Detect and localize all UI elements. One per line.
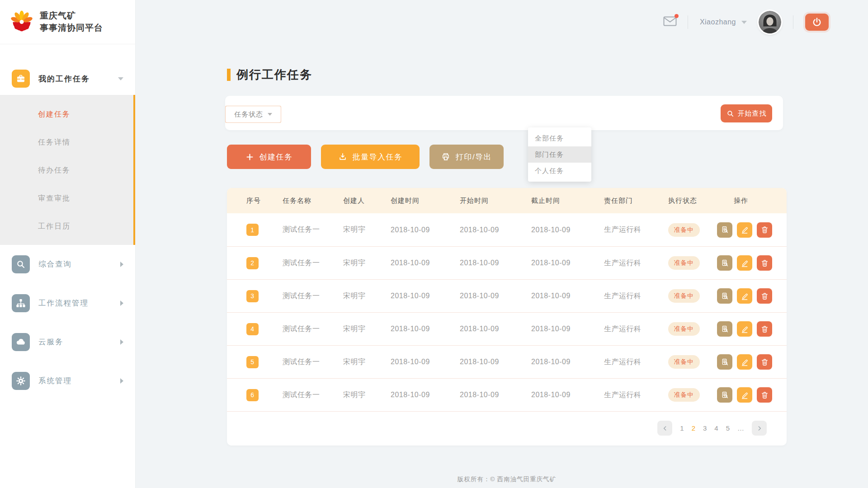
table-column-header: 创建人 — [343, 197, 391, 205]
row-actions-cell — [717, 387, 787, 403]
start-date-cell: 2018-10-09 — [460, 391, 531, 399]
table-row[interactable]: 2 测试任务一 宋明宇 2018-10-09 2018-10-09 2018-1… — [227, 246, 787, 279]
department-cell: 生产运行科 — [604, 324, 665, 334]
chevron-right-icon — [120, 378, 123, 384]
view-task-button[interactable] — [717, 222, 732, 238]
search-submit-button[interactable]: 开始查找 — [721, 104, 772, 122]
cloud-icon — [12, 333, 30, 351]
sidebar-item-workflow[interactable]: 工作流程管理 — [0, 284, 135, 323]
created-date-cell: 2018-10-09 — [391, 325, 460, 333]
submenu-item[interactable]: 工作日历 — [0, 212, 133, 240]
pencil-icon — [741, 358, 749, 366]
power-icon — [811, 17, 822, 28]
delete-task-button[interactable] — [757, 222, 772, 238]
sidebar-item-search[interactable]: 综合查询 — [0, 245, 135, 284]
created-date-cell: 2018-10-09 — [391, 226, 460, 234]
dropdown-option[interactable]: 部门任务 — [528, 146, 591, 163]
logout-power-button[interactable] — [805, 14, 829, 31]
row-number-badge: 3 — [246, 290, 259, 302]
title-accent-bar — [227, 69, 231, 81]
edit-task-button[interactable] — [737, 321, 752, 337]
sitemap-icon — [12, 294, 30, 312]
edit-task-button[interactable] — [737, 255, 752, 271]
page-number[interactable]: … — [737, 424, 744, 432]
page-number[interactable]: 1 — [680, 424, 684, 432]
edit-task-button[interactable] — [737, 222, 752, 238]
sidebar-submenu: 创建任务 任务详情 待办任务 审查审批 工作日历 — [0, 95, 135, 245]
table-row[interactable]: 6 测试任务一 宋明宇 2018-10-09 2018-10-09 2018-1… — [227, 378, 787, 411]
view-task-button[interactable] — [717, 321, 732, 337]
avatar[interactable] — [759, 11, 781, 33]
batch-import-button[interactable]: 批量导入任务 — [321, 145, 420, 169]
import-icon — [338, 152, 347, 161]
row-number-badge: 2 — [246, 257, 259, 269]
row-number-badge: 4 — [246, 323, 259, 335]
table-column-header: 序号 — [227, 197, 283, 205]
dropdown-option[interactable]: 个人任务 — [528, 163, 591, 179]
table-row[interactable]: 1 测试任务一 宋明宇 2018-10-09 2018-10-09 2018-1… — [227, 213, 787, 246]
username[interactable]: Xiaozhang — [700, 18, 736, 26]
sidebar-item-cloud[interactable]: 云服务 — [0, 323, 135, 361]
create-task-button[interactable]: 创建任务 — [227, 145, 311, 169]
department-cell: 生产运行科 — [604, 225, 665, 235]
delete-task-button[interactable] — [757, 387, 772, 403]
submenu-item[interactable]: 审查审批 — [0, 184, 133, 212]
table-body: 1 测试任务一 宋明宇 2018-10-09 2018-10-09 2018-1… — [227, 213, 787, 411]
brand-title-line2: 事事清协同平台 — [40, 22, 103, 34]
sidebar-item-label: 云服务 — [38, 337, 64, 347]
start-date-cell: 2018-10-09 — [460, 226, 531, 234]
search-icon — [12, 255, 30, 273]
delete-task-button[interactable] — [757, 321, 772, 337]
page-number[interactable]: 3 — [703, 424, 707, 432]
delete-task-button[interactable] — [757, 354, 772, 370]
brand-title: 重庆气矿 事事清协同平台 — [40, 10, 103, 33]
pencil-icon — [741, 325, 749, 333]
pagination: 1 2 3 4 5 … — [227, 411, 787, 445]
view-task-button[interactable] — [717, 354, 732, 370]
next-page-button[interactable] — [752, 421, 767, 436]
submenu-item[interactable]: 任务详情 — [0, 128, 133, 156]
row-number-cell: 1 — [227, 224, 283, 236]
edit-task-button[interactable] — [737, 354, 752, 370]
creator-cell: 宋明宇 — [343, 291, 391, 301]
page-number[interactable]: 5 — [726, 424, 730, 432]
creator-cell: 宋明宇 — [343, 324, 391, 334]
top-header: Xiaozhang — [663, 0, 868, 44]
table-column-header: 开始时间 — [460, 197, 531, 205]
view-task-button[interactable] — [717, 387, 732, 403]
search-icon — [726, 110, 734, 117]
pencil-icon — [741, 259, 749, 267]
view-task-button[interactable] — [717, 288, 732, 304]
chevron-down-icon — [268, 113, 272, 116]
table-row[interactable]: 5 测试任务一 宋明宇 2018-10-09 2018-10-09 2018-1… — [227, 345, 787, 378]
petrochina-logo-icon — [10, 9, 33, 35]
edit-task-button[interactable] — [737, 288, 752, 304]
sidebar-item-my-tasks[interactable]: 我的工作任务 — [0, 62, 135, 95]
mail-icon[interactable] — [663, 16, 677, 28]
creator-cell: 宋明宇 — [343, 357, 391, 367]
table-row[interactable]: 4 测试任务一 宋明宇 2018-10-09 2018-10-09 2018-1… — [227, 312, 787, 345]
print-export-button[interactable]: 打印/导出 — [429, 145, 504, 169]
sidebar-item-settings[interactable]: 系统管理 — [0, 361, 135, 400]
status-cell: 准备中 — [665, 388, 717, 402]
submenu-item[interactable]: 待办任务 — [0, 156, 133, 184]
submenu-item[interactable]: 创建任务 — [0, 100, 133, 128]
delete-task-button[interactable] — [757, 255, 772, 271]
chevron-down-icon[interactable] — [741, 21, 747, 24]
end-date-cell: 2018-10-09 — [531, 259, 604, 267]
view-task-button[interactable] — [717, 255, 732, 271]
table-column-header: 责任部门 — [604, 197, 665, 205]
row-number-cell: 4 — [227, 323, 283, 335]
task-name-cell: 测试任务一 — [283, 225, 343, 235]
gear-icon — [12, 372, 30, 390]
department-cell: 生产运行科 — [604, 291, 665, 301]
prev-page-button[interactable] — [657, 421, 672, 436]
dropdown-option[interactable]: 全部任务 — [528, 130, 591, 146]
page-number[interactable]: 4 — [714, 424, 718, 432]
filter-select[interactable]: 任务状态 — [225, 106, 281, 123]
page-number[interactable]: 2 — [692, 424, 695, 432]
trash-icon — [760, 259, 769, 267]
edit-task-button[interactable] — [737, 387, 752, 403]
table-row[interactable]: 3 测试任务一 宋明宇 2018-10-09 2018-10-09 2018-1… — [227, 279, 787, 312]
delete-task-button[interactable] — [757, 288, 772, 304]
